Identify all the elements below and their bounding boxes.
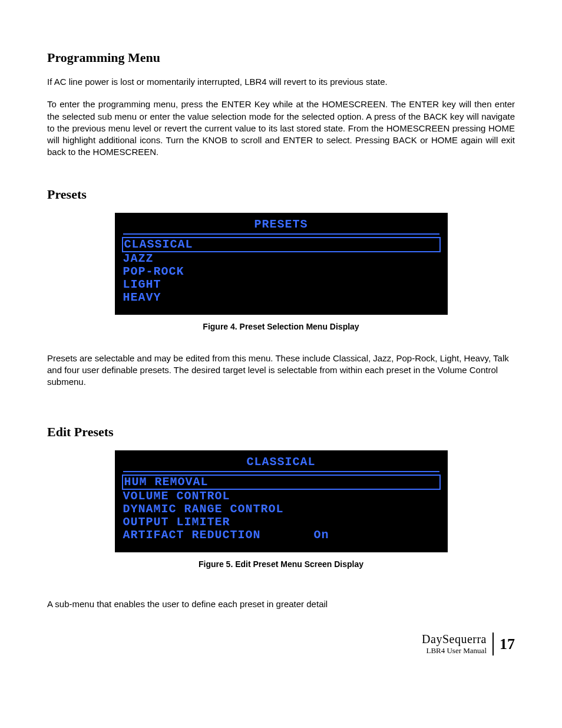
paragraph-text: A sub-menu that enables the user to defi…: [47, 598, 515, 610]
menu-item-label: DYNAMIC RANGE CONTROL: [123, 503, 284, 516]
menu-item-hum-removal[interactable]: HUM REMOVAL: [122, 475, 441, 490]
page-footer: DaySequerra LBR4 User Manual 17: [422, 633, 515, 655]
manual-name: LBR4 User Manual: [422, 646, 487, 655]
menu-item-label: OUTPUT LIMITER: [123, 516, 230, 529]
menu-item-label: POP-ROCK: [123, 265, 184, 278]
menu-item-volume-control[interactable]: VOLUME CONTROL: [123, 490, 439, 503]
display-title: PRESETS: [123, 218, 439, 235]
menu-item-jazz[interactable]: JAZZ: [123, 252, 439, 265]
menu-item-light[interactable]: LIGHT: [123, 278, 439, 291]
paragraph-text: Presets are selectable and may be edited…: [47, 353, 515, 388]
presets-display-screen: PRESETS CLASSICAL JAZZ POP-ROCK LIGHT HE…: [115, 213, 448, 315]
display-title: CLASSICAL: [123, 455, 439, 472]
menu-list: CLASSICAL JAZZ POP-ROCK LIGHT HEAVY: [123, 237, 439, 304]
heading-edit-presets: Edit Presets: [47, 424, 515, 440]
figure-caption: Figure 5. Edit Preset Menu Screen Displa…: [47, 559, 515, 569]
edit-preset-display-screen: CLASSICAL HUM REMOVAL VOLUME CONTROL DYN…: [115, 450, 448, 552]
menu-item-heavy[interactable]: HEAVY: [123, 291, 439, 304]
heading-programming-menu: Programming Menu: [47, 50, 515, 65]
brand-name: DaySequerra: [422, 633, 487, 646]
paragraph-text: To enter the programming menu, press the…: [47, 98, 515, 158]
menu-item-value: On: [314, 529, 329, 542]
menu-item-output-limiter[interactable]: OUTPUT LIMITER: [123, 516, 439, 529]
menu-item-label: JAZZ: [123, 252, 154, 265]
menu-item-label: HUM REMOVAL: [124, 476, 209, 489]
menu-item-classical[interactable]: CLASSICAL: [122, 237, 441, 252]
menu-item-pop-rock[interactable]: POP-ROCK: [123, 265, 439, 278]
page-number: 17: [500, 635, 515, 653]
menu-item-artifact-reduction[interactable]: ARTIFACT REDUCTION On: [123, 529, 439, 542]
heading-presets: Presets: [47, 187, 515, 202]
menu-item-label: CLASSICAL: [124, 238, 193, 251]
menu-list: HUM REMOVAL VOLUME CONTROL DYNAMIC RANGE…: [123, 475, 439, 542]
figure-caption: Figure 4. Preset Selection Menu Display: [47, 322, 515, 331]
menu-item-label: VOLUME CONTROL: [123, 490, 230, 503]
menu-item-label: HEAVY: [123, 291, 161, 304]
menu-item-label: ARTIFACT REDUCTION: [123, 529, 261, 542]
menu-item-dynamic-range-control[interactable]: DYNAMIC RANGE CONTROL: [123, 503, 439, 516]
paragraph-text: If AC line power is lost or momentarily …: [47, 76, 515, 88]
menu-item-label: LIGHT: [123, 278, 161, 291]
